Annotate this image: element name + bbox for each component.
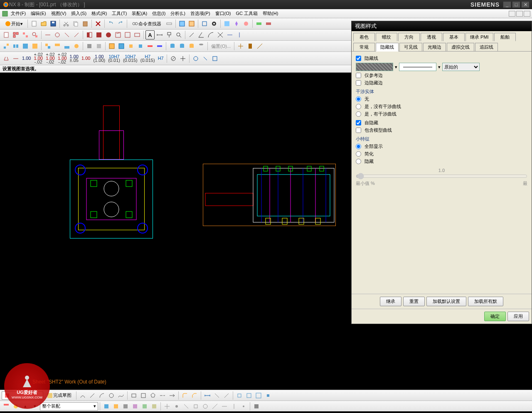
menu-window[interactable]: 窗口(O) <box>213 10 234 17</box>
tol-sym1[interactable] <box>169 54 178 63</box>
new-button[interactable] <box>30 19 39 28</box>
sel-t1[interactable] <box>102 402 111 411</box>
btn-reset[interactable]: 重置 <box>403 297 425 306</box>
asm-14[interactable] <box>136 42 145 51</box>
sk-chamfer[interactable] <box>190 391 199 400</box>
dim-b1[interactable] <box>225 30 234 39</box>
assembly-scope-combo[interactable]: 整个装配 ▾ <box>40 402 98 411</box>
tol-1[interactable]: +.021.00-.02 <box>32 53 44 64</box>
snap-4[interactable] <box>191 402 200 411</box>
asm-11[interactable] <box>107 42 116 51</box>
delete-button[interactable] <box>94 19 103 28</box>
menu-insert[interactable]: 插入(S) <box>69 10 89 17</box>
tab-trace-lines[interactable]: 追踪线 <box>475 43 498 52</box>
tol-4[interactable]: 1.00±.05 <box>69 55 80 62</box>
section-local[interactable] <box>123 30 132 39</box>
tol-3[interactable]: +.021.00-.02 <box>57 53 68 64</box>
sk-rect[interactable] <box>129 391 138 400</box>
close-button[interactable]: ✕ <box>521 1 530 8</box>
radio-yes-no-curves[interactable] <box>356 104 361 109</box>
sk-dim[interactable] <box>203 391 212 400</box>
asm-cyl2[interactable] <box>177 42 187 51</box>
asm-6[interactable] <box>53 42 62 51</box>
dim-linear[interactable] <box>155 30 164 39</box>
tol-2[interactable]: +.021.00-.02 <box>44 53 56 64</box>
chk-hidden-line[interactable] <box>356 56 361 61</box>
tool-c[interactable] <box>200 19 209 28</box>
sk-extend[interactable] <box>167 391 177 400</box>
tol-sym2[interactable] <box>178 54 187 63</box>
view-proj[interactable] <box>21 30 30 39</box>
asm-5[interactable] <box>43 42 52 51</box>
dialog-title[interactable]: 视图样式 <box>352 21 532 31</box>
sk-spline[interactable] <box>116 391 126 400</box>
asm-t3[interactable] <box>255 42 264 51</box>
tool-e[interactable] <box>222 19 232 28</box>
tol-9[interactable]: H7(0.015) <box>139 55 156 62</box>
open-button[interactable] <box>39 19 48 28</box>
snap-7[interactable] <box>220 402 229 411</box>
btn-apply[interactable]: 应用 <box>507 312 529 321</box>
redo-button[interactable] <box>116 19 125 28</box>
asm-9[interactable] <box>85 42 94 51</box>
tab-inherit-pmi[interactable]: 继承 PMI <box>466 33 493 41</box>
view-t2[interactable] <box>53 30 62 39</box>
dim-ang[interactable] <box>197 30 206 39</box>
tab-thread[interactable]: 螺纹 <box>376 33 397 41</box>
view-top[interactable] <box>70 106 153 238</box>
tol-10[interactable]: H7 <box>157 57 165 60</box>
tool-b[interactable] <box>187 19 196 28</box>
dim-arc[interactable] <box>206 30 215 39</box>
sk-fillet[interactable] <box>180 391 190 400</box>
view-t1[interactable] <box>43 30 52 39</box>
tab-hidden-lines[interactable]: 隐藏线 <box>376 43 399 52</box>
chk-self-hide[interactable] <box>356 120 361 125</box>
menu-prefs[interactable]: 首选项(P) <box>188 10 213 17</box>
view-t4[interactable] <box>72 30 81 39</box>
btn-ok[interactable]: 确定 <box>484 312 506 321</box>
tool-i[interactable] <box>264 19 273 28</box>
sk-line[interactable] <box>88 391 97 400</box>
sk-c1[interactable] <box>235 391 244 400</box>
asm-8[interactable] <box>72 42 81 51</box>
asm-cyl3[interactable] <box>187 42 196 51</box>
width-select[interactable]: 原始的 <box>442 63 480 71</box>
sk-con1[interactable] <box>212 391 222 400</box>
section-unf[interactable] <box>133 30 142 39</box>
asm-4[interactable] <box>30 42 39 51</box>
tab-perspective[interactable]: 透视 <box>421 33 442 41</box>
menu-assembly[interactable]: 装配(A) <box>129 10 150 17</box>
b3[interactable] <box>210 54 219 63</box>
asm-16[interactable] <box>155 42 164 51</box>
snap-2[interactable] <box>172 402 181 411</box>
tab-visible-lines[interactable]: 可见线 <box>399 43 422 52</box>
menu-analysis[interactable]: 分析(L) <box>168 10 187 17</box>
asm-t1[interactable] <box>236 42 245 51</box>
dim-rad[interactable] <box>187 30 196 39</box>
zoom-fit[interactable] <box>174 30 183 39</box>
sk-con2[interactable] <box>222 391 231 400</box>
sk-1[interactable] <box>78 391 87 400</box>
asm-2[interactable] <box>11 42 20 51</box>
sel-t6[interactable] <box>150 402 159 411</box>
menu-view[interactable]: 视图(V) <box>49 10 69 17</box>
tol-btn2[interactable] <box>11 54 20 63</box>
snap-5[interactable] <box>201 402 210 411</box>
btn-inherit[interactable]: 继承 <box>380 297 401 306</box>
radio-hide[interactable] <box>356 159 361 164</box>
menu-format[interactable]: 格式(R) <box>89 10 109 17</box>
view-t3[interactable] <box>62 30 71 39</box>
tol-6[interactable]: 1.00(1.00) <box>92 55 106 62</box>
tool-h[interactable] <box>254 19 264 28</box>
dim-b2[interactable] <box>235 30 244 39</box>
tab-virtual-intersect[interactable]: 虚拟交线 <box>447 43 474 52</box>
wcs-1[interactable] <box>252 402 261 411</box>
sk-rect2[interactable] <box>139 391 148 400</box>
view-base[interactable] <box>11 30 20 39</box>
sk-c3[interactable] <box>254 391 263 400</box>
sk-poly[interactable] <box>148 391 158 400</box>
sel-t3[interactable] <box>121 402 130 411</box>
radio-yes-curves[interactable] <box>356 111 361 117</box>
tol-8[interactable]: 10H7(0.015) <box>122 55 139 62</box>
sheet-new[interactable] <box>2 30 11 39</box>
